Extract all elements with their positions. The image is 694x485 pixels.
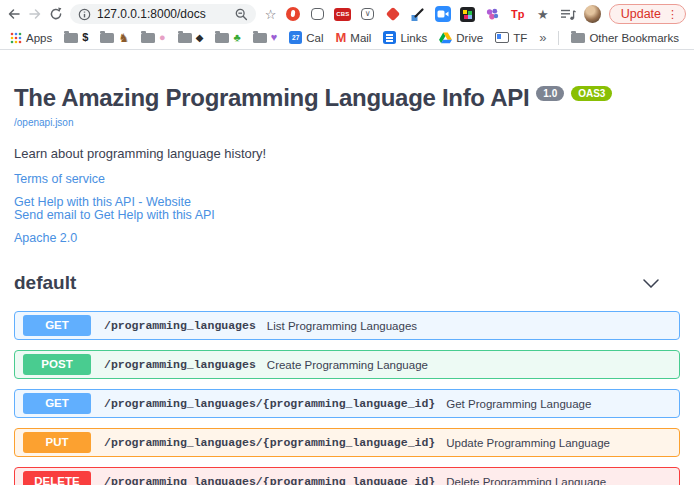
zoom-extension-icon[interactable] bbox=[434, 6, 451, 23]
bookmark-folder-green[interactable]: ♣ bbox=[215, 32, 240, 43]
kebab-menu-icon[interactable]: ⋮ bbox=[667, 8, 678, 21]
folder-icon bbox=[141, 33, 155, 43]
gmail-icon: M bbox=[335, 31, 346, 44]
operation-path: /programming_languages/{programming_lang… bbox=[104, 436, 435, 449]
pocket-extension-icon[interactable]: ∨ bbox=[359, 6, 376, 23]
other-bookmarks-label: Other Bookmarks bbox=[589, 32, 678, 44]
operation-path: /programming_languages bbox=[104, 319, 256, 332]
playlist-glyph bbox=[560, 8, 576, 21]
section-default-header[interactable]: default bbox=[14, 266, 680, 301]
other-bookmarks[interactable]: Other Bookmarks bbox=[571, 32, 678, 44]
bookmark-cal-label: Cal bbox=[306, 32, 323, 44]
profile-avatar[interactable] bbox=[584, 5, 600, 23]
dark-art-extension-icon[interactable] bbox=[459, 6, 476, 23]
brain-emoji-icon: ● bbox=[159, 32, 166, 43]
tp-glyph: Tp bbox=[511, 8, 524, 20]
red-circle-glyph bbox=[286, 7, 300, 21]
browser-chrome: 127.0.0.1:8000/docs ☆ CBS ∨ Tp ★ bbox=[0, 0, 694, 50]
folder-icon bbox=[64, 33, 78, 43]
operation-row-list-languages[interactable]: GET /programming_languages List Programm… bbox=[14, 311, 680, 340]
folder-icon bbox=[178, 33, 192, 43]
operation-summary: Get Programming Language bbox=[446, 398, 591, 410]
color-picker-extension-icon[interactable] bbox=[409, 6, 426, 23]
operation-row-get-language[interactable]: GET /programming_languages/{programming_… bbox=[14, 389, 680, 418]
reload-button[interactable] bbox=[46, 2, 67, 26]
api-info-header: The Amazing Programming Language Info AP… bbox=[14, 83, 680, 112]
zoom-out-icon[interactable] bbox=[235, 8, 248, 21]
bookmark-tf[interactable]: TF bbox=[495, 32, 527, 44]
operation-path: /programming_languages/{programming_lang… bbox=[104, 397, 435, 410]
bookmark-drive[interactable]: Drive bbox=[439, 32, 483, 44]
bookmark-mail[interactable]: MMail bbox=[335, 31, 371, 44]
cbs-extension-icon[interactable]: CBS bbox=[334, 6, 351, 23]
bookmark-folder-horse[interactable]: ♞ bbox=[100, 32, 129, 44]
flower-extension-icon[interactable] bbox=[484, 6, 501, 23]
bookmark-star-icon[interactable]: ☆ bbox=[265, 8, 277, 21]
url-text[interactable]: 127.0.0.1:8000/docs bbox=[97, 7, 229, 21]
grad-cap-emoji-icon: ◆ bbox=[196, 33, 204, 43]
method-badge: PUT bbox=[23, 432, 91, 453]
star-extension-icon[interactable]: ★ bbox=[534, 6, 551, 23]
video-camera-glyph bbox=[435, 6, 451, 22]
oas3-badge: OAS3 bbox=[571, 86, 612, 101]
bookmark-apps-label: Apps bbox=[26, 32, 52, 44]
bookmark-cal[interactable]: 27Cal bbox=[289, 31, 323, 44]
browser-toolbar: 127.0.0.1:8000/docs ☆ CBS ∨ Tp ★ bbox=[0, 0, 694, 28]
method-badge: POST bbox=[23, 354, 91, 375]
drive-icon bbox=[439, 32, 452, 44]
update-label: Update bbox=[621, 7, 661, 21]
operation-summary: Update Programming Language bbox=[446, 437, 610, 449]
forward-icon bbox=[27, 6, 43, 22]
diigo-extension-icon[interactable] bbox=[384, 6, 401, 23]
green-emoji-icon: ♣ bbox=[233, 32, 240, 43]
eyedropper-glyph bbox=[410, 7, 425, 22]
tf-icon bbox=[495, 32, 509, 43]
address-bar[interactable]: 127.0.0.1:8000/docs bbox=[70, 4, 256, 24]
site-info-icon[interactable] bbox=[78, 8, 91, 21]
version-badge: 1.0 bbox=[536, 86, 564, 101]
playlist-extension-icon[interactable] bbox=[559, 6, 576, 23]
speech-bubble-glyph bbox=[311, 8, 324, 20]
operation-row-update-language[interactable]: PUT /programming_languages/{programming_… bbox=[14, 428, 680, 457]
chevron-down-icon[interactable] bbox=[643, 279, 659, 288]
openapi-spec-link[interactable]: /openapi.json bbox=[14, 117, 74, 128]
calendar-icon: 27 bbox=[289, 31, 302, 44]
speech-bubble-extension-icon[interactable] bbox=[309, 6, 326, 23]
contact-links: Get Help with this API - Website Send em… bbox=[14, 196, 680, 223]
bookmark-folder-brain[interactable]: ● bbox=[141, 32, 166, 43]
bookmark-links[interactable]: Links bbox=[383, 31, 427, 44]
bookmark-folder-dollar[interactable]: $ bbox=[64, 32, 88, 43]
bookmark-tf-label: TF bbox=[513, 32, 527, 44]
api-description: Learn about programming language history… bbox=[14, 146, 680, 161]
bookmarks-overflow-chevron[interactable]: » bbox=[539, 30, 546, 45]
textexpander-extension-icon[interactable]: Tp bbox=[509, 6, 526, 23]
operation-row-delete-language[interactable]: DELETE /programming_languages/{programmi… bbox=[14, 467, 680, 485]
bookmark-folder-purple-heart[interactable]: ♥ bbox=[253, 32, 278, 43]
help-website-link[interactable]: Get Help with this API - Website bbox=[14, 196, 680, 210]
back-icon bbox=[6, 6, 22, 22]
operation-summary: Create Programming Language bbox=[267, 359, 428, 371]
operation-row-create-language[interactable]: POST /programming_languages Create Progr… bbox=[14, 350, 680, 379]
extensions-area: CBS ∨ Tp ★ bbox=[284, 6, 576, 23]
gray-star-glyph: ★ bbox=[537, 8, 549, 21]
links-list-icon bbox=[383, 31, 396, 44]
folder-icon bbox=[571, 33, 585, 43]
update-button[interactable]: Update ⋮ bbox=[609, 4, 686, 24]
help-email-link[interactable]: Send email to Get Help with this API bbox=[14, 209, 680, 223]
folder-icon bbox=[100, 33, 114, 43]
terms-of-service-link[interactable]: Terms of service bbox=[14, 173, 680, 187]
license-link[interactable]: Apache 2.0 bbox=[14, 232, 680, 246]
dollar-glyph: $ bbox=[82, 32, 88, 43]
bookmark-links-label: Links bbox=[400, 32, 427, 44]
bookmark-drive-label: Drive bbox=[456, 32, 483, 44]
section-title: default bbox=[14, 272, 76, 294]
red-circle-extension-icon[interactable] bbox=[284, 6, 301, 23]
method-badge: GET bbox=[23, 393, 91, 414]
red-diamond-glyph bbox=[386, 7, 400, 21]
forward-button[interactable] bbox=[25, 2, 46, 26]
bookmark-folder-grad-cap[interactable]: ◆ bbox=[178, 33, 204, 43]
back-button[interactable] bbox=[4, 2, 25, 26]
bookmark-apps[interactable]: Apps bbox=[10, 32, 52, 44]
cbs-badge: CBS bbox=[334, 8, 351, 21]
bookmarks-bar: Apps $ ♞ ● ◆ ♣ ♥ 27Cal MMail Links Drive… bbox=[0, 28, 694, 49]
